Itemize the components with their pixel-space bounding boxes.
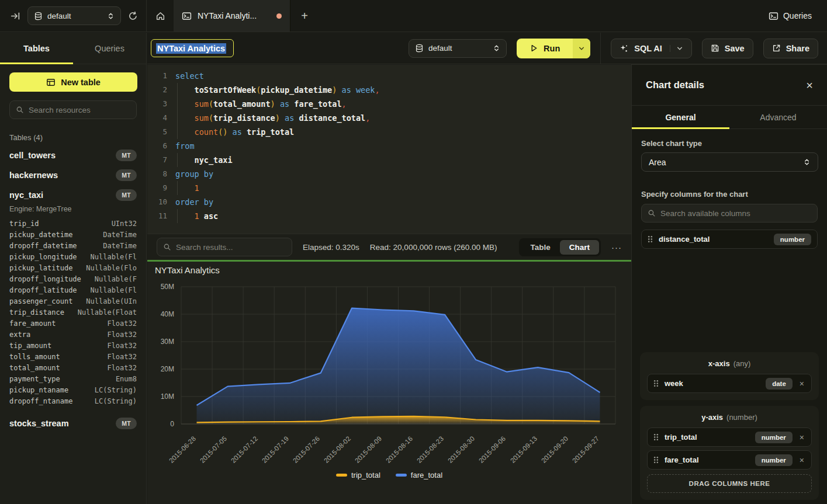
engine-badge: MT (116, 418, 137, 429)
tab-nytaxi-analytics[interactable]: NYTaxi Analyti... (174, 0, 290, 32)
column-name: tip_amount (9, 342, 51, 350)
sidebar-collapse-button[interactable] (11, 11, 20, 21)
column-chip-name: fare_total (665, 456, 749, 464)
code-line: 11 1 asc (147, 209, 631, 223)
new-tab-button[interactable]: + (290, 0, 319, 32)
save-icon (711, 44, 719, 53)
column-chip-fare_total[interactable]: fare_totalnumber× (647, 450, 812, 470)
code-lines: 1select2 toStartOfWeek(pickup_datetime) … (147, 69, 631, 223)
view-toggle-table[interactable]: Table (521, 240, 559, 255)
table-column-row: extraFloat32 (0, 329, 146, 340)
legend-label: fare_total (411, 471, 442, 479)
table-list-item[interactable]: cell_towersMT (0, 145, 146, 165)
engine-badge: MT (116, 189, 137, 201)
y-tick-label: 40M (148, 310, 174, 318)
sparkles-icon (620, 44, 629, 53)
view-toggle-chart[interactable]: Chart (560, 240, 599, 255)
drag-handle-icon[interactable] (653, 380, 659, 387)
chart-type-select[interactable]: Area (641, 152, 818, 172)
query-title-input[interactable]: NYTaxi Analytics (151, 39, 234, 57)
legend-item-trip_total[interactable]: trip_total (336, 471, 380, 479)
code-text: nyc_taxi (175, 153, 233, 167)
table-column-row: fare_amountFloat32 (0, 318, 146, 329)
new-table-button[interactable]: New table (9, 72, 137, 92)
save-button[interactable]: Save (702, 39, 753, 58)
table-list-item[interactable]: hackernewsMT (0, 165, 146, 185)
drag-handle-icon[interactable] (653, 456, 659, 464)
share-button-label: Share (786, 44, 809, 53)
column-chip-trip_total[interactable]: trip_totalnumber× (647, 427, 812, 447)
share-icon (772, 44, 781, 53)
panel-tab-advanced[interactable]: Advanced (729, 106, 827, 128)
chevron-up-down-icon (493, 44, 500, 52)
sidebar-tab-queries[interactable]: Queries (73, 33, 146, 64)
column-name: extra (9, 331, 30, 339)
code-line: 4 sum(trip_distance) as distance_total, (147, 111, 631, 125)
close-panel-button[interactable]: × (806, 79, 813, 91)
y-tick-label: 30M (148, 338, 174, 346)
sql-ai-button[interactable]: SQL AI (611, 39, 692, 58)
more-options-button[interactable]: ··· (611, 242, 622, 252)
column-type-badge: number (755, 454, 793, 466)
engine-badge: MT (116, 169, 137, 181)
sql-ai-caret[interactable] (670, 45, 683, 52)
x-tick-label: 2015-07-26 (292, 435, 321, 464)
read-stat: Read: 20,000,000 rows (260.00 MB) (370, 243, 497, 252)
legend-item-fare_total[interactable]: fare_total (396, 471, 442, 479)
results-search-input[interactable] (176, 243, 286, 252)
sql-editor[interactable]: 1select2 toStartOfWeek(pickup_datetime) … (147, 65, 631, 234)
queries-button[interactable]: Queries (769, 11, 812, 21)
code-line: 3 sum(total_amount) as fare_total, (147, 97, 631, 111)
line-number: 11 (147, 209, 167, 223)
column-chip-distance_total[interactable]: distance_totalnumber (641, 230, 818, 249)
tables-section-label: Tables (4) (9, 133, 137, 142)
drag-handle-icon[interactable] (648, 235, 653, 243)
column-type: Nullable(Float (78, 308, 137, 317)
resources-search-input[interactable] (29, 106, 130, 114)
x-tick-label: 2015-08-30 (447, 435, 476, 464)
run-database-selector[interactable]: default (409, 39, 507, 58)
x-tick-label: 2015-08-23 (416, 435, 445, 464)
code-text: from (175, 139, 195, 153)
table-column-row: trip_idUInt32 (0, 218, 146, 229)
results-bar: Elapsed: 0.320s Read: 20,000,000 rows (2… (147, 234, 631, 260)
remove-column-button[interactable]: × (798, 379, 805, 388)
run-button-main[interactable]: Run (517, 39, 573, 58)
share-button[interactable]: Share (763, 39, 818, 58)
columns-search-input[interactable] (660, 209, 811, 218)
table-column-row: dropoff_longitudeNullable(F (0, 273, 146, 284)
panel-tab-general[interactable]: General (632, 106, 729, 128)
run-options-caret[interactable] (573, 39, 590, 58)
column-type-badge: date (766, 378, 793, 390)
home-button[interactable] (147, 0, 174, 32)
table-column-row: dropoff_latitudeNullable(Fl (0, 284, 146, 296)
sidebar-tab-tables[interactable]: Tables (0, 33, 73, 64)
chevron-down-icon (676, 45, 683, 52)
drag-handle-icon[interactable] (653, 433, 659, 441)
panel-header: Chart details × (632, 65, 827, 106)
chevron-up-down-icon (107, 12, 115, 20)
queries-button-label: Queries (783, 11, 812, 20)
code-line: 5 count() as trip_total (147, 125, 631, 139)
line-number: 9 (147, 181, 167, 195)
column-type: Nullable(UIn (86, 297, 137, 305)
remove-column-button[interactable]: × (798, 456, 805, 465)
x-tick-label: 2015-06-28 (168, 435, 197, 464)
search-icon (648, 209, 656, 217)
run-button-label: Run (544, 44, 560, 53)
drag-columns-drop-target[interactable]: DRAG COLUMNS HERE (647, 474, 812, 493)
remove-column-button[interactable]: × (798, 433, 805, 442)
refresh-button[interactable] (128, 11, 138, 21)
database-selector[interactable]: default (27, 6, 121, 25)
tab-title: NYTaxi Analyti... (198, 11, 271, 20)
table-grid-icon (46, 78, 56, 87)
column-chip-week[interactable]: weekdate× (647, 374, 812, 393)
table-column-row: dropoff_ntanameLC(String) (0, 395, 146, 406)
run-button[interactable]: Run (517, 39, 590, 58)
table-list-item[interactable]: nyc_taxiMT (0, 185, 146, 205)
code-line: 6from (147, 139, 631, 153)
table-list-item[interactable]: stocks_streamMT (0, 413, 146, 433)
search-icon (16, 106, 24, 114)
y-tick-label: 20M (148, 365, 174, 373)
y-axis-card: y-axis(number) trip_totalnumber×fare_tot… (640, 406, 819, 500)
